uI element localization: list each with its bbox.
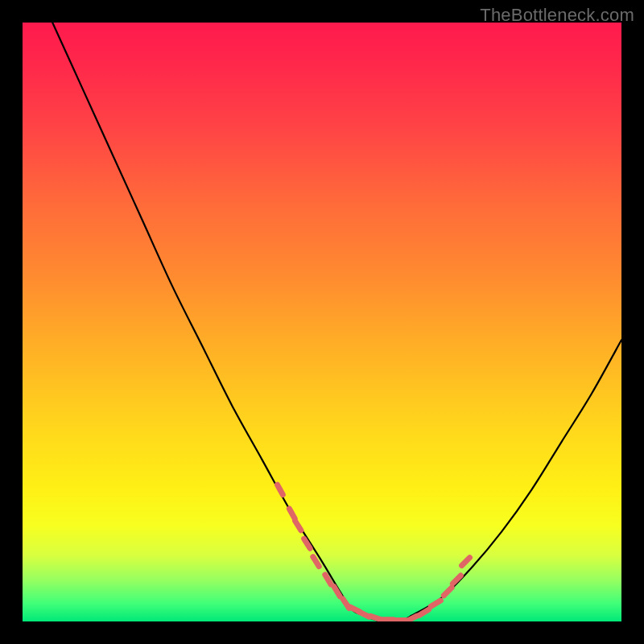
chart-svg [23, 23, 621, 621]
bottleneck-curve [52, 23, 621, 621]
highlight-dash [295, 521, 301, 530]
highlight-dash [359, 612, 369, 617]
highlight-dash [444, 588, 452, 596]
highlight-dash [431, 601, 440, 606]
highlight-dash [452, 576, 460, 584]
highlight-dash [289, 509, 295, 518]
highlight-dashes [278, 485, 470, 621]
highlight-dash [334, 587, 340, 597]
highlight-dash [278, 485, 283, 494]
highlight-dash [313, 557, 319, 567]
highlight-dash [462, 558, 470, 566]
chart-container: TheBottleneck.com [0, 0, 644, 644]
plot-area [23, 23, 621, 621]
watermark-text: TheBottleneck.com [480, 5, 634, 26]
